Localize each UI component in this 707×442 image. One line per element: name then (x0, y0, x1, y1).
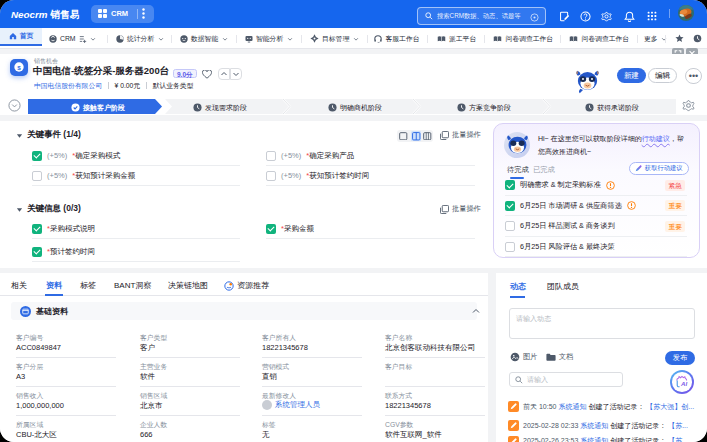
svg-text:$: $ (17, 64, 21, 71)
svg-text:AI: AI (680, 380, 687, 387)
